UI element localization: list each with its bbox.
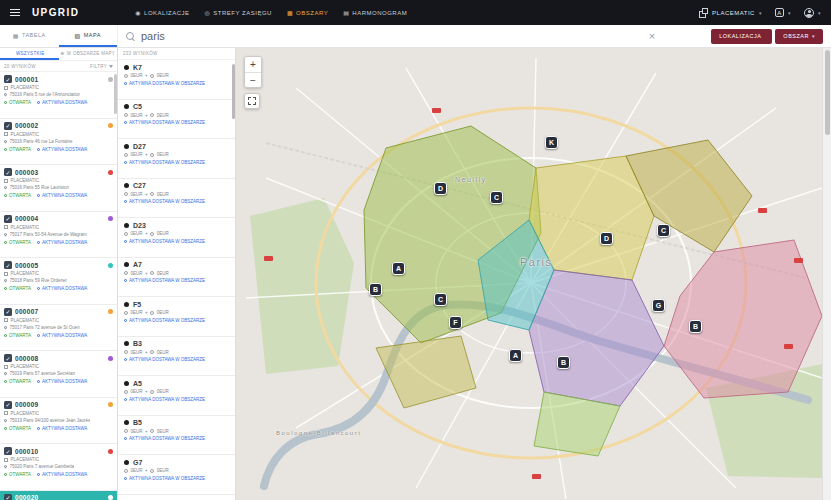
location-checkbox[interactable]: ✓ xyxy=(4,215,12,223)
status-open-link[interactable]: OTWARTA xyxy=(4,426,31,431)
status-open-link[interactable]: OTWARTA xyxy=(4,472,31,477)
organization-switcher[interactable]: PLACEMATIC ▾ xyxy=(699,8,762,17)
location-list-item[interactable]: ✓ 000010 PLACEMATIC 75020 Paris 7 avenue… xyxy=(0,444,117,491)
status-delivery-link[interactable]: AKTYWNA DOSTAWA xyxy=(37,240,87,245)
language-menu[interactable]: A ▾ xyxy=(775,8,791,17)
clear-search-icon[interactable]: × xyxy=(649,31,655,42)
location-checkbox[interactable]: ✓ xyxy=(4,261,12,269)
map-zone-marker[interactable]: B xyxy=(557,356,570,369)
status-open-link[interactable]: OTWARTA xyxy=(4,286,31,291)
location-list-item[interactable]: ✓ 000003 PLACEMATIC 75016 Paris 55 Rue L… xyxy=(0,165,117,212)
status-open-link[interactable]: OTWARTA xyxy=(4,240,31,245)
location-checkbox[interactable]: ✓ xyxy=(4,122,12,130)
location-checkbox[interactable]: ✓ xyxy=(4,447,12,455)
status-delivery-link[interactable]: AKTYWNA DOSTAWA xyxy=(37,100,87,105)
view-tab[interactable]: ▧ MAPA xyxy=(59,25,118,47)
map-zone-marker[interactable]: C xyxy=(434,293,447,306)
status-delivery-link[interactable]: AKTYWNA DOSTAWA xyxy=(37,379,87,384)
window-scrollbar[interactable] xyxy=(822,48,831,500)
map-zone-marker[interactable]: C xyxy=(490,191,503,204)
map-zone-marker[interactable]: A xyxy=(509,349,522,362)
location-list-item[interactable]: ✓ 000020 PLACEMATIC xyxy=(0,491,117,500)
zone-delivery-link[interactable]: AKTYWNA DOSTAWA W OBSZARZE xyxy=(124,199,229,204)
zone-list-item[interactable]: A5 0EUR + 0EUR AKTYWNA DOSTAWA W OBSZARZ… xyxy=(118,376,235,416)
zone-delivery-link[interactable]: AKTYWNA DOSTAWA W OBSZARZE xyxy=(124,81,229,86)
scrollbar-thumb[interactable] xyxy=(825,50,830,135)
location-checkbox[interactable]: ✓ xyxy=(4,168,12,176)
view-tab[interactable]: ▦ TABELA xyxy=(0,25,59,47)
create-button[interactable]: OBSZAR ▾ xyxy=(775,29,823,44)
location-list-item[interactable]: ✓ 000009 PLACEMATIC 75019 Paris 94/100 a… xyxy=(0,398,117,445)
zone-list-item[interactable]: K7 0EUR + 0EUR AKTYWNA DOSTAWA W OBSZARZ… xyxy=(118,60,235,100)
status-delivery-link[interactable]: AKTYWNA DOSTAWA xyxy=(37,426,87,431)
location-list-item[interactable]: ✓ 000001 PLACEMATIC 75016 Paris 5 rue de… xyxy=(0,72,117,119)
topnav-item[interactable]: ◎ STREFY ZASIĘGU xyxy=(205,10,272,16)
search-input[interactable] xyxy=(141,30,643,42)
topnav-item[interactable]: ▤ HARMONOGRAM xyxy=(343,10,407,16)
status-open-link[interactable]: OTWARTA xyxy=(4,100,31,105)
location-checkbox[interactable]: ✓ xyxy=(4,354,12,362)
location-list-item[interactable]: ✓ 000005 PLACEMATIC 75018 Paris 59 Rue O… xyxy=(0,258,117,305)
filters-button[interactable]: FILTRY xyxy=(90,64,113,69)
locations-scrollbar[interactable] xyxy=(114,74,117,114)
location-checkbox[interactable]: ✓ xyxy=(4,401,12,409)
map-zone-marker[interactable]: A xyxy=(392,262,405,275)
user-menu[interactable]: ▾ xyxy=(804,8,821,18)
topnav-item[interactable]: ◉ LOKALIZACJE xyxy=(135,10,189,16)
map-zone-marker[interactable]: C xyxy=(657,224,670,237)
zone-list-item[interactable]: D23 0EUR + 0EUR AKTYWNA DOSTAWA W OBSZAR… xyxy=(118,218,235,258)
zone-list-item[interactable]: A7 0EUR + 0EUR AKTYWNA DOSTAWA W OBSZARZ… xyxy=(118,258,235,298)
location-list-item[interactable]: ✓ 000008 PLACEMATIC 75019 Paris 57 avenu… xyxy=(0,351,117,398)
map-zone-marker[interactable]: B xyxy=(369,283,382,296)
status-open-link[interactable]: OTWARTA xyxy=(4,147,31,152)
fullscreen-button[interactable] xyxy=(244,93,260,109)
zone-delivery-link[interactable]: AKTYWNA DOSTAWA W OBSZARZE xyxy=(124,476,229,481)
create-button[interactable]: LOKALIZACJA xyxy=(711,29,772,44)
zone-list-item[interactable]: B5 0EUR + 0EUR AKTYWNA DOSTAWA W OBSZARZ… xyxy=(118,416,235,456)
zone-delivery-link[interactable]: AKTYWNA DOSTAWA W OBSZARZE xyxy=(124,318,229,323)
zone-delivery-link[interactable]: AKTYWNA DOSTAWA W OBSZARZE xyxy=(124,239,229,244)
status-open-link[interactable]: OTWARTA xyxy=(4,379,31,384)
status-delivery-link[interactable]: AKTYWNA DOSTAWA xyxy=(37,472,87,477)
map-area[interactable]: Neuilly Paris Boulogne-Billancourt K D xyxy=(236,48,822,500)
zoom-out-button[interactable]: − xyxy=(245,72,261,87)
zones-scrollbar[interactable] xyxy=(232,64,235,119)
location-list-item[interactable]: ✓ 000004 PLACEMATIC 75017 Paris 50-54 Av… xyxy=(0,212,117,259)
zone-delivery-link[interactable]: AKTYWNA DOSTAWA W OBSZARZE xyxy=(124,278,229,283)
status-delivery-link[interactable]: AKTYWNA DOSTAWA xyxy=(37,286,87,291)
status-open-link[interactable]: OTWARTA xyxy=(4,333,31,338)
status-open-link[interactable]: OTWARTA xyxy=(4,193,31,198)
map-zone-marker[interactable]: D xyxy=(434,182,447,195)
locations-tab[interactable]: ⊕ W OBSZARZE MAPY xyxy=(59,48,118,60)
status-delivery-link[interactable]: AKTYWNA DOSTAWA xyxy=(37,147,87,152)
locations-tab[interactable]: WSZYSTKIE xyxy=(0,48,59,60)
zone-delivery-link[interactable]: AKTYWNA DOSTAWA W OBSZARZE xyxy=(124,397,229,402)
location-list-item[interactable]: ✓ 000002 PLACEMATIC 75016 Paris 46 rue L… xyxy=(0,119,117,166)
zone-list-item[interactable]: F5 0EUR + 0EUR AKTYWNA DOSTAWA W OBSZARZ… xyxy=(118,297,235,337)
zone-list-item[interactable]: C5 0EUR + 0EUR AKTYWNA DOSTAWA W OBSZARZ… xyxy=(118,100,235,140)
zone-list-item[interactable]: D27 0EUR + 0EUR AKTYWNA DOSTAWA W OBSZAR… xyxy=(118,139,235,179)
location-address: 75020 Paris 7 avenue Gambetta xyxy=(10,464,75,469)
zoom-in-button[interactable]: + xyxy=(245,57,261,72)
map-zone-marker[interactable]: B xyxy=(689,320,702,333)
zone-delivery-link[interactable]: AKTYWNA DOSTAWA W OBSZARZE xyxy=(124,357,229,362)
topnav-item[interactable]: ▩ OBSZARY xyxy=(287,10,328,16)
map-zone-marker[interactable]: F xyxy=(449,316,462,329)
status-delivery-link[interactable]: AKTYWNA DOSTAWA xyxy=(37,333,87,338)
zone-delivery-link[interactable]: AKTYWNA DOSTAWA W OBSZARZE xyxy=(124,436,229,441)
location-checkbox[interactable]: ✓ xyxy=(4,75,12,83)
location-list-item[interactable]: ✓ 000007 PLACEMATIC 75017 Paris 72 avenu… xyxy=(0,305,117,352)
zone-delivery-link[interactable]: AKTYWNA DOSTAWA W OBSZARZE xyxy=(124,120,229,125)
map-zone-marker[interactable]: K xyxy=(545,136,558,149)
price-separator: + xyxy=(145,231,148,236)
zone-delivery-link[interactable]: AKTYWNA DOSTAWA W OBSZARZE xyxy=(124,160,229,165)
location-checkbox[interactable]: ✓ xyxy=(4,308,12,316)
zone-list-item[interactable]: B3 0EUR + 0EUR AKTYWNA DOSTAWA W OBSZARZ… xyxy=(118,337,235,377)
zone-list-item[interactable]: G7 0EUR + 0EUR AKTYWNA DOSTAWA W OBSZARZ… xyxy=(118,455,235,495)
location-checkbox[interactable]: ✓ xyxy=(4,494,12,500)
zone-list-item[interactable]: C27 0EUR + 0EUR AKTYWNA DOSTAWA W OBSZAR… xyxy=(118,179,235,219)
map-zone-marker[interactable]: D xyxy=(600,232,613,245)
status-delivery-link[interactable]: AKTYWNA DOSTAWA xyxy=(37,193,87,198)
menu-icon[interactable] xyxy=(10,9,20,16)
map-zone-marker[interactable]: G xyxy=(652,299,665,312)
